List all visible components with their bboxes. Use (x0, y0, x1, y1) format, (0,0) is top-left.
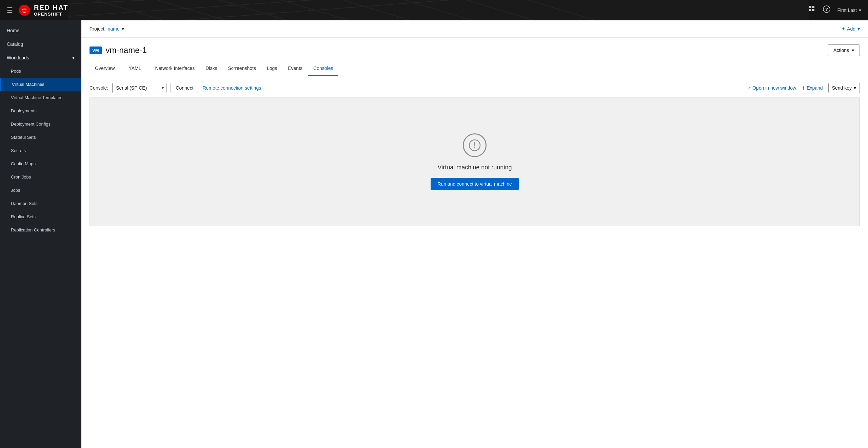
tab-yaml[interactable]: YAML (123, 61, 146, 76)
sidebar-item-catalog[interactable]: Catalog (0, 37, 81, 51)
grid-icon[interactable] (809, 5, 816, 15)
sidebar-item-label: Deployments (11, 108, 37, 113)
console-bar: Console: Serial (SPICE) Connect Remote c… (90, 83, 860, 93)
tab-events[interactable]: Events (282, 61, 308, 76)
sidebar-item-stateful-sets[interactable]: Stateful Sets (0, 131, 81, 144)
tab-consoles[interactable]: Consoles (308, 61, 338, 76)
workloads-chevron: ▾ (72, 55, 75, 60)
content-area: Project: name ▾ + Add ▾ VM vm-name-1 Act… (81, 20, 868, 448)
send-key-button[interactable]: Send key ▾ (828, 83, 860, 93)
svg-rect-13 (809, 6, 811, 8)
user-menu[interactable]: First Last ▾ (837, 7, 861, 13)
external-link-icon: ↗ (747, 86, 751, 91)
sidebar-item-pods[interactable]: Pods (0, 64, 81, 78)
project-chevron: ▾ (122, 26, 124, 32)
topbar-decoration (68, 0, 809, 20)
vm-header: VM vm-name-1 Actions ▾ (81, 38, 868, 56)
not-running-icon (463, 133, 487, 157)
remote-connection-settings-link[interactable]: Remote connection settings (202, 85, 261, 91)
vm-title: VM vm-name-1 (90, 45, 147, 55)
expand-label: Expand (807, 85, 823, 91)
run-connect-label: Run and connect to virtual machine (437, 181, 512, 187)
sidebar-item-deployments[interactable]: Deployments (0, 104, 81, 117)
console-select-wrapper: Serial (SPICE) (112, 83, 166, 93)
sidebar-item-label: Replication Controllers (11, 227, 55, 232)
help-icon[interactable]: ? (823, 5, 830, 15)
send-key-label: Send key (832, 85, 852, 91)
open-new-label: Open in new window (752, 85, 796, 91)
redhat-logo-icon (18, 4, 31, 16)
sidebar-item-label: Stateful Sets (11, 135, 36, 140)
sidebar-item-label: Jobs (11, 188, 20, 193)
sidebar-item-label: Home (7, 28, 19, 33)
sidebar-item-label: Pods (11, 69, 21, 74)
tab-logs[interactable]: Logs (261, 61, 282, 76)
sidebar-item-home[interactable]: Home (0, 24, 81, 37)
console-label: Console: (90, 85, 108, 91)
actions-chevron: ▾ (852, 48, 854, 53)
add-button[interactable]: + Add ▾ (842, 26, 860, 32)
expand-link[interactable]: ⇟ Expand (802, 85, 823, 91)
sidebar-item-label: Workloads (7, 55, 29, 60)
sidebar-item-deployment-configs[interactable]: Deployment Configs (0, 117, 81, 131)
logo-product: OPENSHIFT (34, 12, 68, 17)
logo-text: RED HAT OPENSHIFT (34, 3, 68, 17)
sidebar-item-workloads[interactable]: Workloads ▾ (0, 51, 81, 64)
tab-screenshots[interactable]: Scrreenshots (222, 61, 261, 76)
sidebar-item-cron-jobs[interactable]: Cron Jobs (0, 170, 81, 184)
sidebar-item-label: Secrets (11, 148, 26, 153)
topbar-left: ☰ RED HAT OPENSHIFT (7, 3, 68, 17)
sidebar-item-label: Virtual Machines (12, 82, 44, 87)
remote-link-text: Remote connection settings (202, 85, 261, 91)
send-key-chevron: ▾ (854, 85, 856, 91)
sidebar-item-label: Daemon Sets (11, 201, 38, 206)
run-connect-button[interactable]: Run and connect to virtual machine (431, 178, 518, 190)
tab-overview[interactable]: Overview (90, 61, 120, 76)
sidebar-item-label: Catalog (7, 41, 23, 47)
svg-point-0 (19, 5, 30, 16)
open-new-window-link[interactable]: ↗ Open in new window (747, 85, 796, 91)
sidebar-item-daemon-sets[interactable]: Daemon Sets (0, 197, 81, 210)
actions-button[interactable]: Actions ▾ (828, 44, 860, 56)
project-label: Project: (90, 26, 105, 32)
topbar-right: ? First Last ▾ (809, 5, 861, 15)
sidebar-item-label: Config Maps (11, 161, 36, 166)
console-section: Console: Serial (SPICE) Connect Remote c… (81, 76, 868, 233)
sidebar-item-replication-controllers[interactable]: Replication Controllers (0, 223, 81, 237)
sidebar-item-label: Cron Jobs (11, 174, 31, 180)
sidebar-item-virtual-machines[interactable]: Virtual Machines (0, 78, 81, 91)
user-chevron: ▾ (859, 7, 861, 13)
console-right-actions: ↗ Open in new window ⇟ Expand Send key ▾ (747, 83, 860, 93)
console-viewport: Virtual machine not running Run and conn… (90, 97, 860, 226)
sidebar-item-label: Replica Sets (11, 214, 36, 219)
not-running-text: Virtual machine not running (438, 164, 512, 171)
expand-arrows-icon: ⇟ (802, 86, 805, 91)
vm-name: vm-name-1 (106, 45, 147, 55)
main-layout: Home Catalog Workloads ▾ Pods Virtual Ma… (0, 20, 868, 448)
sidebar-item-secrets[interactable]: Secrets (0, 144, 81, 157)
vm-badge: VM (90, 46, 102, 54)
hamburger-icon[interactable]: ☰ (7, 6, 13, 14)
topbar: ☰ RED HAT OPENSHIFT (0, 0, 868, 20)
sidebar-item-jobs[interactable]: Jobs (0, 184, 81, 197)
logo: RED HAT OPENSHIFT (18, 3, 68, 17)
console-type-select[interactable]: Serial (SPICE) (112, 83, 166, 93)
tabs: Overview YAML Network Interfaces Disks S… (81, 61, 868, 76)
project-name: name (107, 26, 119, 32)
sidebar-item-label: Deployment Configs (11, 122, 51, 127)
sidebar-item-replica-sets[interactable]: Replica Sets (0, 210, 81, 223)
tab-network-interfaces[interactable]: Network Interfaces (150, 61, 200, 76)
svg-point-21 (474, 147, 475, 148)
add-label: Add (847, 26, 855, 32)
svg-rect-15 (809, 9, 811, 11)
tab-separator-2 (146, 61, 150, 76)
sidebar-item-config-maps[interactable]: Config Maps (0, 157, 81, 170)
sidebar: Home Catalog Workloads ▾ Pods Virtual Ma… (0, 20, 81, 448)
svg-rect-14 (812, 6, 814, 8)
sidebar-item-label: Virtual Machine Templates (11, 95, 62, 100)
tab-disks[interactable]: Disks (200, 61, 222, 76)
project-selector[interactable]: Project: name ▾ (90, 26, 124, 32)
svg-rect-16 (812, 9, 814, 11)
sidebar-item-virtual-machine-templates[interactable]: Virtual Machine Templates (0, 91, 81, 104)
connect-button[interactable]: Connect (171, 83, 198, 93)
